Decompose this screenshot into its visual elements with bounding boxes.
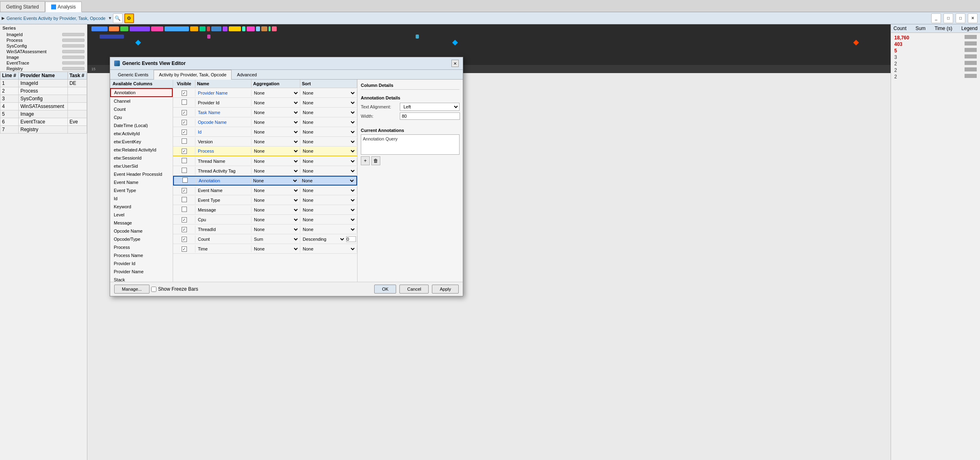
vis-cell-3[interactable] [173, 119, 195, 126]
list-item-event-name[interactable]: Event Name [110, 178, 173, 186]
agg-select-9[interactable]: NoneSumCountAverage [252, 178, 298, 184]
sort-select-1[interactable]: NoneAscendingDescending [301, 100, 356, 106]
agg-cell-14[interactable]: NoneSumCountAverage [252, 226, 300, 233]
manage-button[interactable]: Manage... [114, 285, 150, 294]
vis-cell-16[interactable] [173, 245, 195, 253]
sidebar-item-eventtrace[interactable]: EventTrace [0, 60, 87, 66]
annotations-box[interactable]: Annotation Query [361, 134, 460, 155]
agg-select-3[interactable]: NoneSumCountAverage [252, 119, 299, 125]
list-item-etw:related-activityid[interactable]: etw:Related ActivityId [110, 146, 173, 154]
agg-cell-7[interactable]: NoneSumCountAverage [252, 158, 300, 165]
vis-cell-5[interactable] [173, 138, 195, 146]
list-item-opcode-name[interactable]: Opcode Name [110, 227, 173, 235]
search-button[interactable]: 🔍 [113, 13, 123, 23]
agg-cell-12[interactable]: NoneSumCountAverage [252, 206, 300, 214]
sort-cell-15[interactable]: NoneAscendingDescending [300, 235, 357, 243]
list-item-id[interactable]: Id [110, 194, 173, 203]
agg-cell-4[interactable]: NoneSumCountAverage [252, 128, 300, 136]
sidebar-scrollbar-3[interactable] [62, 50, 85, 53]
agg-select-15[interactable]: NoneSumCountAverage [252, 236, 299, 242]
restore-button[interactable]: □ [943, 13, 953, 23]
list-item-process-name[interactable]: Process Name [110, 251, 173, 259]
apply-button[interactable]: Apply [432, 285, 459, 294]
sort-select-13[interactable]: NoneAscendingDescending [301, 217, 356, 222]
checkbox-9[interactable] [182, 177, 188, 183]
sort-select-3[interactable]: NoneAscendingDescending [301, 119, 356, 125]
list-item-provider-name[interactable]: Provider Name [110, 268, 173, 276]
checkbox-6[interactable] [182, 149, 187, 154]
tab-analysis[interactable]: Analysis [45, 2, 82, 12]
agg-select-16[interactable]: NoneSumCountAverage [252, 246, 299, 252]
agg-cell-8[interactable]: NoneSumCountAverage [252, 167, 300, 175]
sort-select-0[interactable]: NoneAscendingDescending [301, 90, 356, 96]
vis-cell-4[interactable] [173, 128, 195, 136]
agg-cell-3[interactable]: NoneSumCountAverage [252, 119, 300, 126]
vis-cell-14[interactable] [173, 226, 195, 233]
list-item-annotation[interactable]: Annotation [110, 88, 173, 97]
list-item-etw:sessionid[interactable]: etw:SessionId [110, 154, 173, 162]
checkbox-2[interactable] [182, 110, 187, 115]
agg-select-14[interactable]: NoneSumCountAverage [252, 227, 299, 232]
agg-select-5[interactable]: NoneSumCountAverage [252, 139, 299, 145]
sidebar-scrollbar-2[interactable] [62, 44, 85, 48]
sidebar-scrollbar-6[interactable] [62, 67, 85, 70]
list-item-opcode/type[interactable]: Opcode/Type [110, 235, 173, 243]
checkbox-3[interactable] [182, 120, 187, 125]
sort-select-16[interactable]: NoneAscendingDescending [301, 246, 356, 252]
sort-select-11[interactable]: NoneAscendingDescending [301, 197, 356, 203]
checkbox-15[interactable] [182, 237, 187, 242]
sidebar-scrollbar-5[interactable] [62, 61, 85, 65]
list-item-event-type[interactable]: Event Type [110, 186, 173, 194]
vis-cell-15[interactable] [173, 235, 195, 243]
sidebar-item-process[interactable]: Process [0, 37, 87, 43]
sort-cell-8[interactable]: NoneAscendingDescending [300, 167, 357, 175]
sort-cell-13[interactable]: NoneAscendingDescending [300, 216, 357, 223]
sort-cell-11[interactable]: NoneAscendingDescending [300, 197, 357, 204]
ok-button[interactable]: OK [374, 285, 396, 294]
vis-cell-2[interactable] [173, 109, 195, 116]
list-item-count[interactable]: Count [110, 105, 173, 113]
tab-getting-started[interactable]: Getting Started [0, 1, 45, 12]
vis-cell-6[interactable] [173, 147, 195, 155]
available-columns-list[interactable]: AnnotationChannelCountCpuDateTime (Local… [110, 88, 173, 282]
agg-select-8[interactable]: NoneSumCountAverage [252, 168, 299, 174]
sort-cell-1[interactable]: NoneAscendingDescending [300, 99, 357, 106]
delete-annotation-button[interactable]: 🗑 [371, 156, 380, 165]
agg-cell-9[interactable]: NoneSumCountAverage [251, 177, 299, 184]
checkbox-5[interactable] [182, 138, 187, 144]
checkbox-12[interactable] [182, 207, 187, 212]
sort-cell-12[interactable]: NoneAscendingDescending [300, 206, 357, 214]
sort-select-6[interactable]: NoneAscendingDescending [301, 148, 356, 154]
sort-select-7[interactable]: NoneAscendingDescending [301, 158, 356, 164]
checkbox-7[interactable] [182, 158, 187, 163]
sort-cell-6[interactable]: NoneAscendingDescending [300, 147, 357, 155]
sort-cell-2[interactable]: NoneAscendingDescending [300, 109, 357, 116]
list-item-channel[interactable]: Channel [110, 97, 173, 105]
sort-cell-3[interactable]: NoneAscendingDescending [300, 119, 357, 126]
agg-cell-11[interactable]: NoneSumCountAverage [252, 197, 300, 204]
modal-tab-2[interactable]: Advanced [232, 70, 262, 79]
agg-select-4[interactable]: NoneSumCountAverage [252, 129, 299, 135]
agg-cell-16[interactable]: NoneSumCountAverage [252, 245, 300, 253]
sidebar-scrollbar-0[interactable] [62, 33, 85, 36]
vis-cell-12[interactable] [173, 206, 195, 214]
sort-select-12[interactable]: NoneAscendingDescending [301, 207, 356, 213]
agg-select-13[interactable]: NoneSumCountAverage [252, 217, 299, 222]
cancel-button[interactable]: Cancel [399, 285, 429, 294]
sidebar-item-sysconfig[interactable]: SysConfig [0, 43, 87, 49]
sort-select-8[interactable]: NoneAscendingDescending [301, 168, 356, 174]
checkbox-0[interactable] [182, 91, 187, 96]
checkbox-13[interactable] [182, 217, 187, 222]
modal-tab-0[interactable]: Generic Events [113, 70, 154, 79]
vis-cell-13[interactable] [173, 216, 195, 223]
list-item-process[interactable]: Process [110, 243, 173, 251]
list-item-etw:eventkey[interactable]: etw:EventKey [110, 138, 173, 146]
sort-select-14[interactable]: NoneAscendingDescending [301, 227, 356, 232]
sort-num-15[interactable] [346, 236, 356, 242]
sort-select-4[interactable]: NoneAscendingDescending [301, 129, 356, 135]
sort-cell-10[interactable]: NoneAscendingDescending [300, 187, 357, 194]
list-item-etw:usersid[interactable]: etw:UserSid [110, 162, 173, 170]
show-freeze-checkbox[interactable] [151, 287, 156, 292]
sort-select-10[interactable]: NoneAscendingDescending [301, 188, 356, 193]
vis-cell-0[interactable] [173, 89, 195, 97]
